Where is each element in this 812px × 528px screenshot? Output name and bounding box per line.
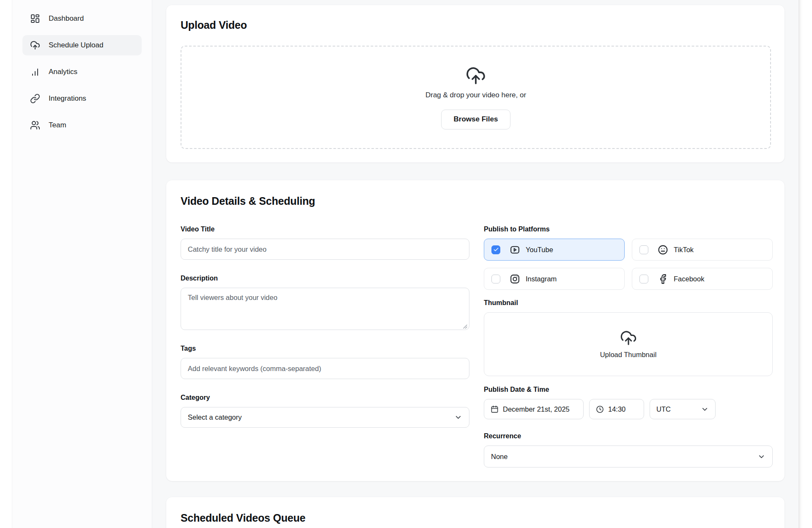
publish-datetime-label: Publish Date & Time bbox=[484, 385, 773, 394]
scrollbar-track[interactable] bbox=[798, 0, 812, 528]
chevron-down-icon bbox=[454, 413, 462, 421]
bar-chart-icon bbox=[30, 67, 40, 77]
browse-files-button[interactable]: Browse Files bbox=[441, 110, 511, 129]
tiktok-checkbox[interactable] bbox=[639, 245, 648, 254]
tags-label: Tags bbox=[181, 344, 469, 353]
timezone-select[interactable]: UTC bbox=[650, 399, 716, 419]
facebook-checkbox[interactable] bbox=[639, 275, 648, 283]
sidebar-item-label: Dashboard bbox=[49, 14, 84, 23]
publish-time-value: 14:30 bbox=[608, 405, 625, 413]
details-left-column: Video Title Description Tags bbox=[181, 225, 469, 468]
main-content: Upload Video Drag & drop your video here… bbox=[152, 0, 798, 528]
video-details-card: Video Details & Scheduling Video Title D… bbox=[166, 180, 785, 481]
chevron-down-icon bbox=[701, 405, 709, 413]
cloud-upload-icon bbox=[466, 66, 486, 86]
thumbnail-upload-box[interactable]: Upload Thumbnail bbox=[484, 312, 773, 376]
upload-video-card: Upload Video Drag & drop your video here… bbox=[166, 5, 785, 162]
platform-option-facebook[interactable]: Facebook bbox=[632, 268, 773, 290]
sidebar-item-schedule-upload[interactable]: Schedule Upload bbox=[22, 35, 142, 55]
video-details-title: Video Details & Scheduling bbox=[181, 195, 773, 207]
sidebar-item-team[interactable]: Team bbox=[22, 115, 142, 135]
platform-label: Facebook bbox=[674, 275, 704, 283]
video-title-input[interactable] bbox=[181, 239, 469, 260]
dashboard-icon bbox=[30, 14, 40, 24]
category-label: Category bbox=[181, 393, 469, 402]
calendar-icon bbox=[491, 405, 499, 413]
video-dropzone[interactable]: Drag & drop your video here, or Browse F… bbox=[181, 46, 771, 149]
tags-input[interactable] bbox=[181, 358, 469, 379]
sidebar-item-label: Analytics bbox=[49, 68, 77, 76]
category-selected-value: Select a category bbox=[188, 413, 242, 421]
platform-option-instagram[interactable]: Instagram bbox=[484, 268, 625, 290]
dropzone-text: Drag & drop your video here, or bbox=[425, 91, 526, 99]
clock-icon bbox=[596, 405, 604, 413]
sidebar-item-dashboard[interactable]: Dashboard bbox=[22, 8, 142, 29]
platform-label: Instagram bbox=[526, 275, 557, 283]
link-icon bbox=[30, 94, 40, 104]
scheduled-queue-title: Scheduled Videos Queue bbox=[181, 512, 770, 524]
recurrence-label: Recurrence bbox=[484, 432, 773, 440]
category-select[interactable]: Select a category bbox=[181, 407, 469, 428]
users-icon bbox=[30, 120, 40, 130]
left-gutter bbox=[0, 0, 12, 528]
sidebar-item-label: Integrations bbox=[49, 94, 86, 103]
youtube-icon bbox=[510, 245, 520, 255]
recurrence-select[interactable]: None bbox=[484, 446, 773, 468]
resize-grip-icon[interactable] bbox=[462, 323, 467, 328]
platform-option-youtube[interactable]: YouTube bbox=[484, 239, 625, 261]
sidebar-item-analytics[interactable]: Analytics bbox=[22, 62, 142, 82]
upload-video-title: Upload Video bbox=[181, 19, 771, 31]
tiktok-icon bbox=[658, 245, 668, 255]
details-right-column: Publish to Platforms YouTube bbox=[484, 225, 773, 468]
platform-option-tiktok[interactable]: TikTok bbox=[632, 239, 773, 261]
publish-date-field[interactable]: December 21st, 2025 bbox=[484, 399, 584, 419]
cloud-upload-icon bbox=[30, 40, 40, 50]
description-label: Description bbox=[181, 274, 469, 283]
platforms-grid: YouTube TikTok Instagr bbox=[484, 239, 773, 290]
recurrence-selected-value: None bbox=[491, 453, 508, 461]
sidebar-item-label: Team bbox=[49, 121, 66, 129]
chevron-down-icon bbox=[757, 453, 765, 461]
thumbnail-label: Thumbnail bbox=[484, 299, 773, 307]
instagram-checkbox[interactable] bbox=[491, 275, 500, 283]
sidebar: Dashboard Schedule Upload Analytics Inte… bbox=[12, 0, 152, 528]
sidebar-item-label: Schedule Upload bbox=[49, 41, 103, 50]
sidebar-item-integrations[interactable]: Integrations bbox=[22, 88, 142, 109]
youtube-checkbox[interactable] bbox=[491, 245, 500, 254]
instagram-icon bbox=[510, 274, 520, 284]
publish-time-field[interactable]: 14:30 bbox=[589, 399, 644, 419]
platforms-label: Publish to Platforms bbox=[484, 225, 773, 234]
publish-datetime-row: December 21st, 2025 14:30 UTC bbox=[484, 399, 773, 419]
publish-date-value: December 21st, 2025 bbox=[503, 405, 570, 413]
thumbnail-action-label: Upload Thumbnail bbox=[600, 351, 657, 359]
timezone-value: UTC bbox=[656, 405, 671, 413]
platform-label: TikTok bbox=[674, 246, 694, 254]
platform-label: YouTube bbox=[526, 246, 553, 254]
description-textarea[interactable] bbox=[181, 288, 469, 330]
scheduled-queue-card: Scheduled Videos Queue bbox=[166, 497, 785, 528]
facebook-icon bbox=[658, 274, 668, 284]
video-title-label: Video Title bbox=[181, 225, 469, 234]
cloud-upload-icon bbox=[620, 330, 637, 346]
